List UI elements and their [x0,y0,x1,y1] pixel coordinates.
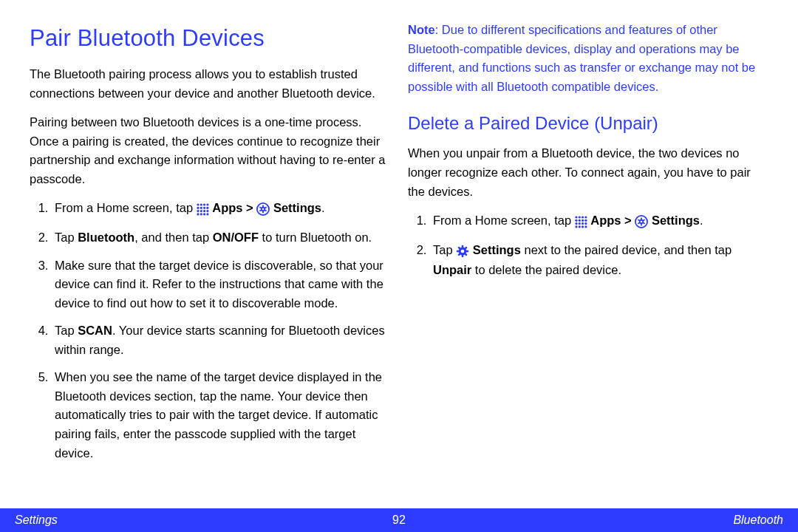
subsection-heading: Delete a Paired Device (Unpair) [408,109,768,137]
svg-point-23 [578,216,580,219]
svg-point-15 [206,214,208,216]
svg-point-6 [203,207,205,209]
svg-point-27 [578,219,580,222]
svg-point-9 [200,210,202,212]
onoff-label: ON/OFF [213,231,259,244]
scan-label: SCAN [78,324,112,337]
left-column: Pair Bluetooth Devices The Bluetooth pai… [30,21,390,532]
svg-point-22 [575,216,577,219]
step-text: , and then tap [134,231,213,244]
apps-grid-icon [575,213,587,232]
svg-point-33 [584,222,587,225]
svg-point-34 [575,225,577,228]
svg-point-10 [203,210,205,212]
svg-point-3 [206,204,208,206]
svg-point-31 [578,222,580,225]
settings-gear-icon [256,200,270,219]
apps-grid-icon [197,200,209,219]
unpair-intro: When you unpair from a Bluetooth device,… [408,144,768,201]
svg-point-21 [262,208,265,211]
apps-label: Apps [590,214,621,227]
svg-point-37 [584,225,587,228]
svg-point-4 [197,207,199,209]
settings-label: Settings [652,214,700,227]
separator: > [246,201,256,214]
svg-point-14 [203,214,205,216]
svg-point-30 [575,222,577,225]
svg-point-29 [584,219,587,222]
svg-point-35 [578,225,580,228]
unpair-steps-list: From a Home screen, tap Apps > [408,211,768,280]
svg-point-13 [200,214,202,216]
step-text: Tap [433,243,456,256]
pair-step-5: When you see the name of the target devi… [52,368,390,463]
pair-step-1: From a Home screen, tap Apps > [52,199,390,219]
step-text: next to the paired device, and then tap [521,243,732,256]
svg-point-7 [206,207,208,209]
separator: > [624,214,635,227]
page: Pair Bluetooth Devices The Bluetooth pai… [0,0,798,532]
step-text: From a Home screen, tap [55,201,197,214]
pair-step-3: Make sure that the target device is disc… [52,256,390,313]
bluetooth-label: Bluetooth [78,231,134,244]
intro-paragraph-1: The Bluetooth pairing process allows you… [30,65,390,103]
svg-point-12 [197,214,199,216]
svg-point-24 [582,216,584,219]
step-text: . [700,214,703,227]
svg-point-49 [461,249,465,253]
pair-step-4: Tap SCAN. Your device starts scanning fo… [52,321,390,359]
unpair-label: Unpair [433,263,471,276]
step-text: Tap [55,324,78,337]
step-text: . [321,201,325,214]
footer-section-left: Settings [15,514,377,527]
gear-icon [456,242,469,262]
svg-point-28 [582,219,584,222]
note-body: : Due to different specifications and fe… [408,23,755,93]
svg-point-8 [197,210,199,212]
svg-point-0 [197,204,199,206]
step-text: From a Home screen, tap [433,214,575,227]
settings-label: Settings [473,243,521,256]
note-label: Note [408,23,435,36]
intro-paragraph-2: Pairing between two Bluetooth devices is… [30,113,390,188]
svg-point-1 [200,204,202,206]
page-heading: Pair Bluetooth Devices [30,21,390,56]
footer-section-right: Bluetooth [421,514,783,527]
unpair-step-1: From a Home screen, tap Apps > [430,211,768,232]
svg-point-2 [203,204,205,206]
right-column: Note: Due to different specifications an… [408,21,768,532]
svg-point-26 [575,219,577,222]
settings-label: Settings [273,201,321,214]
step-text: to turn Bluetooth on. [259,231,372,244]
svg-point-11 [206,210,208,212]
svg-point-25 [584,216,587,219]
svg-point-32 [582,222,584,225]
step-text: to delete the paired device. [471,263,621,276]
footer-page-number: 92 [377,514,421,527]
unpair-step-2: Tap Settings next to the paired de [430,241,768,280]
svg-point-36 [582,225,584,228]
settings-gear-icon [635,213,648,232]
step-text: Tap [55,231,78,244]
page-footer: Settings 92 Bluetooth [0,508,798,532]
svg-point-43 [641,221,643,223]
note-paragraph: Note: Due to different specifications an… [408,21,768,96]
svg-point-5 [200,207,202,209]
pair-step-2: Tap Bluetooth, and then tap ON/OFF to tu… [52,228,390,248]
pair-steps-list: From a Home screen, tap Apps > [30,199,390,463]
apps-label: Apps [212,201,242,214]
